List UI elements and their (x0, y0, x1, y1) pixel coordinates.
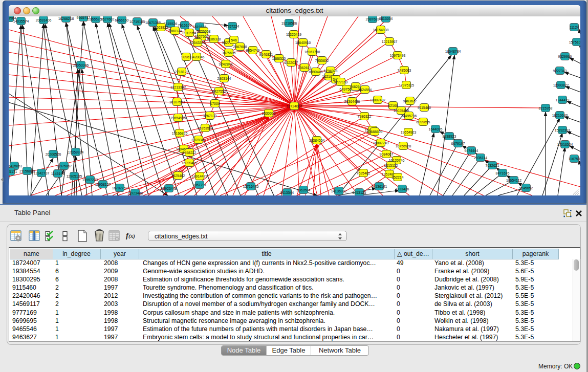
svg-text:7616109: 7616109 (178, 24, 192, 27)
svg-text:546: 546 (231, 38, 237, 42)
svg-text:19384554: 19384554 (309, 139, 325, 142)
svg-text:15716485: 15716485 (243, 185, 259, 188)
svg-text:8912954: 8912954 (183, 31, 197, 35)
svg-text:10543392: 10543392 (190, 41, 206, 45)
svg-text:9463627: 9463627 (403, 99, 417, 103)
svg-text:17359924: 17359924 (68, 150, 84, 154)
svg-text:16210643: 16210643 (552, 114, 568, 117)
svg-text:17006: 17006 (210, 102, 220, 105)
svg-text:8454749: 8454749 (246, 49, 260, 52)
svg-text:9474444: 9474444 (465, 149, 478, 152)
svg-text:1644095: 1644095 (429, 127, 443, 131)
svg-text:9084067: 9084067 (380, 152, 394, 156)
svg-text:1244419: 1244419 (556, 98, 570, 102)
svg-text:2530023: 2530023 (262, 112, 276, 115)
svg-text:10807487: 10807487 (370, 98, 386, 102)
svg-text:8938923: 8938923 (443, 135, 456, 138)
svg-text:17016504: 17016504 (557, 143, 573, 146)
svg-text:2935114: 2935114 (474, 156, 487, 160)
svg-text:6453125: 6453125 (353, 191, 366, 194)
svg-text:14136141: 14136141 (372, 185, 387, 188)
svg-text:5498222: 5498222 (183, 151, 197, 155)
svg-text:62160: 62160 (388, 104, 398, 107)
svg-text:9146821: 9146821 (259, 53, 273, 56)
svg-text:18807249: 18807249 (373, 141, 389, 145)
svg-text:16648784: 16648784 (445, 50, 461, 53)
svg-text:21156829: 21156829 (19, 169, 35, 173)
svg-text:16099489: 16099489 (182, 161, 198, 165)
svg-text:2803144: 2803144 (217, 77, 231, 80)
svg-text:10958157: 10958157 (95, 183, 111, 186)
svg-text:1145193: 1145193 (51, 172, 64, 176)
svg-text:17957223: 17957223 (82, 178, 98, 182)
svg-text:6794028: 6794028 (324, 69, 338, 73)
svg-text:7986322: 7986322 (358, 115, 372, 118)
svg-text:2718179: 2718179 (175, 70, 189, 74)
svg-text:12093822: 12093822 (553, 83, 569, 87)
svg-text:1362615: 1362615 (298, 66, 312, 70)
svg-text:8990448: 8990448 (309, 70, 323, 74)
svg-text:9227343: 9227343 (553, 69, 567, 73)
svg-text:8113544: 8113544 (280, 191, 294, 194)
svg-text:9427552: 9427552 (212, 90, 226, 93)
svg-text:9777169: 9777169 (334, 80, 348, 84)
svg-text:8878342: 8878342 (192, 138, 206, 142)
svg-text:10719185: 10719185 (129, 20, 145, 24)
svg-text:6679197: 6679197 (451, 142, 465, 145)
svg-text:19166825: 19166825 (172, 132, 188, 135)
svg-text:12342737: 12342737 (34, 171, 50, 175)
svg-text:16107553: 16107553 (169, 100, 185, 104)
svg-text:9329966: 9329966 (558, 55, 572, 58)
svg-text:12213382: 12213382 (170, 85, 186, 89)
svg-text:12213967: 12213967 (382, 40, 398, 43)
svg-text:98961: 98961 (181, 55, 191, 59)
svg-text:7625402: 7625402 (357, 171, 371, 175)
svg-text:19654923: 19654923 (401, 130, 417, 134)
svg-text:7357224: 7357224 (226, 25, 239, 28)
svg-text:20206526: 20206526 (46, 152, 61, 156)
svg-text:252214: 252214 (392, 176, 404, 179)
svg-text:3915171: 3915171 (9, 170, 17, 173)
svg-text:14914479: 14914479 (192, 174, 208, 178)
svg-text:8813054: 8813054 (379, 17, 393, 20)
svg-text:6099695: 6099695 (417, 120, 430, 124)
svg-text:2063584: 2063584 (297, 188, 311, 192)
svg-text:19218506: 19218506 (281, 21, 297, 25)
svg-text:1588520: 1588520 (272, 57, 286, 60)
svg-text:10975867: 10975867 (56, 164, 72, 168)
svg-text:21364436: 21364436 (344, 100, 360, 103)
svg-text:1733426: 1733426 (396, 187, 409, 191)
svg-text:10756928: 10756928 (396, 144, 411, 148)
svg-text:2087682: 2087682 (366, 17, 380, 21)
svg-text:9527505: 9527505 (195, 35, 209, 38)
svg-text:12923448: 12923448 (161, 187, 177, 190)
svg-text:1615132: 1615132 (384, 164, 398, 167)
svg-text:3675685: 3675685 (222, 51, 236, 55)
svg-text:16154838: 16154838 (373, 28, 389, 32)
svg-text:3660124: 3660124 (168, 29, 182, 33)
svg-text:7632621: 7632621 (486, 164, 499, 167)
svg-text:3624554: 3624554 (358, 88, 372, 92)
svg-text:20053346: 20053346 (73, 63, 89, 67)
svg-text:9242848: 9242848 (219, 62, 233, 66)
svg-text:15751074: 15751074 (569, 40, 580, 44)
svg-text:14035574: 14035574 (13, 19, 29, 23)
svg-text:8215958: 8215958 (539, 106, 553, 110)
svg-text:15353594: 15353594 (198, 126, 213, 130)
svg-text:10688609: 10688609 (367, 130, 383, 134)
svg-text:10654112: 10654112 (506, 179, 521, 182)
svg-text:9857791: 9857791 (193, 183, 207, 187)
svg-text:11325419: 11325419 (286, 33, 301, 36)
svg-text:9115460: 9115460 (418, 106, 431, 110)
svg-text:14136982: 14136982 (331, 189, 347, 193)
svg-text:16782759: 16782759 (112, 186, 128, 190)
svg-text:16961758: 16961758 (304, 50, 320, 54)
svg-text:6322037: 6322037 (285, 61, 298, 64)
svg-text:7625402: 7625402 (171, 174, 185, 178)
svg-text:7485063: 7485063 (398, 69, 411, 72)
svg-text:7663822: 7663822 (155, 26, 168, 29)
svg-text:7955812: 7955812 (315, 59, 329, 62)
svg-text:8186328: 8186328 (207, 37, 221, 41)
svg-text:1527602: 1527602 (101, 17, 115, 21)
svg-text:18724007: 18724007 (287, 104, 302, 108)
